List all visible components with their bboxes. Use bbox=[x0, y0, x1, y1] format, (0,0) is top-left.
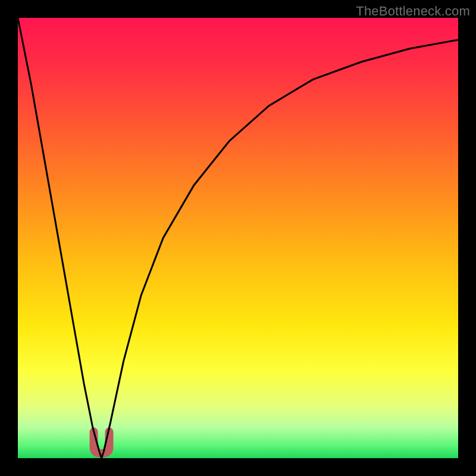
watermark-text: TheBottleneck.com bbox=[356, 4, 470, 19]
bottleneck-curve bbox=[18, 18, 458, 458]
chart-frame: TheBottleneck.com bbox=[0, 0, 476, 476]
plot-area bbox=[18, 18, 458, 458]
curve-layer bbox=[18, 18, 458, 458]
